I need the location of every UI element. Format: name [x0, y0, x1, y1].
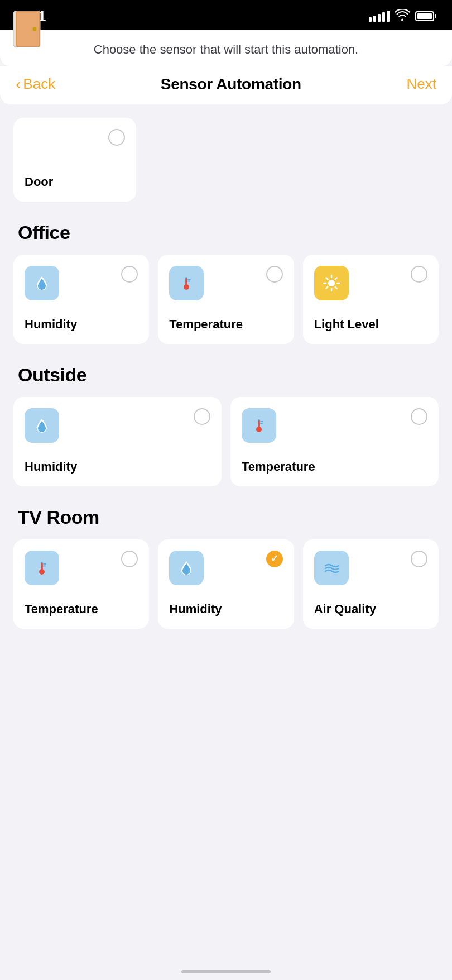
tvroom-airquality-icon-bg	[314, 551, 349, 585]
card-label-door: Door	[25, 175, 125, 189]
radio-tvroom-temperature[interactable]	[121, 551, 138, 567]
status-bar: 9:41	[0, 0, 452, 30]
sensor-card-tvroom-airquality[interactable]: Air Quality	[303, 539, 439, 629]
radio-office-humidity[interactable]	[121, 266, 138, 283]
svg-rect-27	[258, 423, 260, 430]
air-quality-icon	[321, 557, 342, 579]
section-title-outside: Outside	[18, 364, 439, 386]
svg-rect-34	[41, 566, 43, 572]
svg-point-13	[328, 280, 335, 286]
nav-bar: ‹ Back Sensor Automation Next	[0, 66, 452, 104]
light-icon-bg	[314, 266, 349, 300]
battery-icon	[415, 11, 434, 21]
outside-humidity-icon	[31, 415, 52, 436]
radio-outside-humidity[interactable]	[194, 408, 210, 425]
sensor-card-office-temperature[interactable]: Temperature	[158, 255, 294, 344]
nav-hint-text: Choose the sensor that will start this a…	[94, 42, 358, 56]
tvroom-humidity-icon-bg	[169, 551, 204, 585]
sensor-card-outside-temperature[interactable]: Temperature	[230, 397, 439, 486]
office-cards-grid: Humidity Temperature	[13, 255, 439, 344]
nav-hint: Choose the sensor that will start this a…	[0, 30, 452, 66]
scroll-content: Office Humidity	[0, 222, 452, 662]
home-indicator	[181, 970, 271, 973]
sensor-card-office-humidity[interactable]: Humidity	[13, 255, 149, 344]
sensor-card-tvroom-temperature[interactable]: Temperature	[13, 539, 149, 629]
humidity-icon-bg	[25, 266, 59, 300]
card-label-tvroom-humidity: Humidity	[169, 602, 282, 616]
svg-point-3	[33, 27, 37, 31]
next-button[interactable]: Next	[407, 75, 436, 93]
radio-office-temperature[interactable]	[266, 266, 283, 283]
radio-door[interactable]	[108, 129, 125, 146]
sensor-card-tvroom-humidity[interactable]: Humidity	[158, 539, 294, 629]
radio-office-light[interactable]	[411, 266, 427, 283]
page-title: Sensor Automation	[161, 75, 301, 93]
card-label-office-humidity: Humidity	[25, 317, 138, 332]
card-label-tvroom-temperature: Temperature	[25, 602, 138, 616]
svg-rect-9	[186, 281, 187, 288]
sensor-card-door[interactable]: Door	[13, 118, 136, 202]
card-label-office-light: Light Level	[314, 317, 427, 332]
back-button[interactable]: ‹ Back	[16, 75, 55, 93]
outside-cards-grid: Humidity Temperature	[13, 397, 439, 486]
radio-outside-temperature[interactable]	[411, 408, 427, 425]
card-label-outside-temperature: Temperature	[242, 460, 427, 474]
door-icon	[11, 10, 46, 48]
back-label: Back	[23, 75, 55, 93]
temperature-icon	[176, 273, 197, 294]
radio-tvroom-humidity[interactable]	[266, 551, 283, 567]
tvroom-temperature-icon-bg	[25, 551, 59, 585]
tvroom-cards-grid: Temperature Humidity	[13, 539, 439, 629]
card-label-tvroom-airquality: Air Quality	[314, 602, 427, 616]
wifi-icon	[395, 9, 410, 23]
section-title-office: Office	[18, 222, 439, 243]
light-level-icon	[321, 273, 342, 294]
sensor-card-outside-humidity[interactable]: Humidity	[13, 397, 222, 486]
outside-humidity-icon-bg	[25, 408, 59, 443]
signal-icon	[369, 11, 390, 22]
humidity-icon	[31, 273, 52, 294]
tvroom-humidity-icon	[176, 557, 197, 579]
partial-section: Door	[0, 104, 452, 202]
card-label-office-temperature: Temperature	[169, 317, 282, 332]
sensor-card-office-light[interactable]: Light Level	[303, 255, 439, 344]
chevron-left-icon: ‹	[16, 75, 21, 93]
temperature-icon-bg	[169, 266, 204, 300]
tvroom-temperature-icon	[31, 557, 52, 579]
outside-temperature-icon	[248, 415, 270, 436]
card-label-outside-humidity: Humidity	[25, 460, 210, 474]
outside-temperature-icon-bg	[242, 408, 276, 443]
status-icons	[369, 9, 434, 23]
section-title-tvroom: TV Room	[18, 506, 439, 528]
radio-tvroom-airquality[interactable]	[411, 551, 427, 567]
